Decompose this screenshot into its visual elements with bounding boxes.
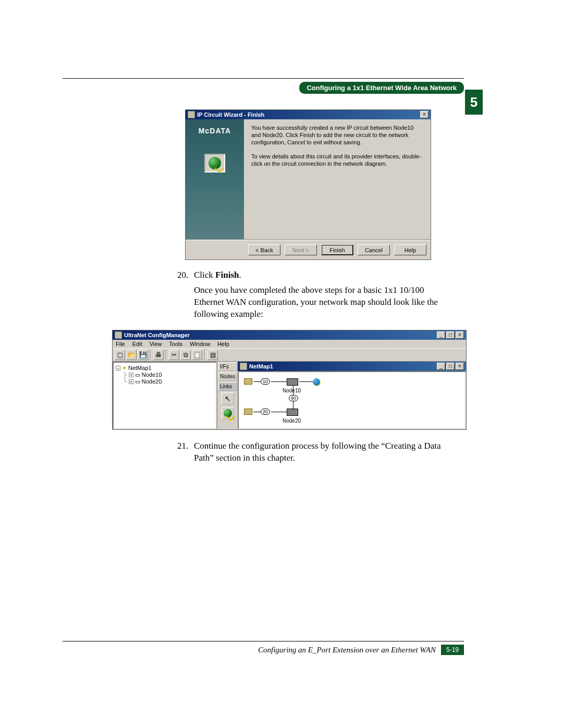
- step-text: Continue the configuration process by fo…: [194, 440, 443, 464]
- wizard-banner-icon-frame: [204, 154, 225, 172]
- instruction-steps-2: 21. Continue the configuration process b…: [177, 440, 443, 464]
- diagram-link: [299, 381, 313, 382]
- menu-tools[interactable]: Tools: [169, 341, 182, 347]
- hub-icon: [287, 409, 298, 416]
- cm-palette: I/Fs Nodes Links ↖: [217, 362, 238, 429]
- diagram-node10-fc[interactable]: [244, 378, 252, 385]
- finish-button[interactable]: Finish: [321, 244, 353, 255]
- maximize-icon[interactable]: □: [446, 363, 455, 370]
- cm-child-title: NetMap1: [249, 363, 437, 369]
- palette-tab-links[interactable]: Links: [218, 382, 237, 391]
- globe-icon: [209, 157, 221, 169]
- dialog-titlebar[interactable]: IP Circuit Wizard - Finish ×: [186, 110, 431, 119]
- close-icon[interactable]: ×: [420, 111, 429, 118]
- hub-icon: [287, 378, 298, 386]
- cm-child-titlebar[interactable]: NetMap1 _ □ ×: [238, 362, 466, 371]
- paste-icon[interactable]: 📋: [192, 350, 202, 360]
- network-diagram[interactable]: 10 Node10 90 20 Node20: [238, 371, 466, 429]
- next-button: Next >: [285, 244, 317, 255]
- wizard-body-text: You have successfully created a new IP c…: [244, 119, 431, 239]
- diagram-link: [253, 412, 261, 412]
- footer-doc-title: Configuring an E_Port Extension over an …: [258, 646, 436, 655]
- page-content: Configuring a 1x1 Ethernet Wide Area Net…: [63, 78, 464, 467]
- diagram-node10-globe[interactable]: [313, 378, 320, 386]
- minimize-icon[interactable]: _: [437, 331, 445, 339]
- cancel-button[interactable]: Cancel: [358, 244, 390, 255]
- toolbar-separator: [150, 350, 151, 360]
- diagram-link: [271, 412, 287, 412]
- palette-tab-ifs[interactable]: I/Fs: [218, 362, 237, 371]
- print-icon[interactable]: 🖶: [153, 350, 164, 360]
- cm-tree[interactable]: − ✦ NetMap1 ├ + ▭ Node10 └ + ▭ Node20: [113, 362, 217, 429]
- section-title-pill: Configuring a 1x1 Ethernet Wide Area Net…: [299, 82, 464, 94]
- maximize-icon[interactable]: □: [446, 331, 455, 339]
- diagram-link: [253, 381, 261, 382]
- port-badge: 20: [261, 409, 270, 415]
- menu-view[interactable]: View: [150, 341, 162, 347]
- cm-menubar: File Edit View Tools Window Help: [113, 340, 466, 348]
- diagram-node20-hub[interactable]: [287, 409, 298, 416]
- diagram-node20-fc[interactable]: [244, 409, 252, 415]
- globe-tool-icon[interactable]: [222, 407, 234, 419]
- menu-help[interactable]: Help: [217, 341, 229, 347]
- expand-icon[interactable]: +: [129, 379, 133, 384]
- open-icon[interactable]: 📂: [126, 350, 137, 360]
- dialog-title: IP Circuit Wizard - Finish: [197, 112, 420, 118]
- step-number: 21.: [177, 440, 194, 464]
- port-badge: 90: [289, 395, 298, 401]
- diagram-link: [293, 401, 293, 410]
- minimize-icon[interactable]: _: [437, 363, 445, 370]
- cm-title: UltraNet ConfigManager: [124, 332, 437, 338]
- expand-icon[interactable]: +: [129, 373, 133, 377]
- ip-circuit-wizard-dialog: IP Circuit Wizard - Finish × McDATA You …: [185, 109, 431, 260]
- diagram-node20-port[interactable]: 20: [261, 409, 270, 415]
- wizard-paragraph-1: You have successfully created a new IP c…: [251, 125, 423, 146]
- tree-root[interactable]: − ✦ NetMap1: [116, 365, 214, 372]
- diagram-node20-label: Node20: [283, 418, 301, 424]
- configmanager-window: UltraNet ConfigManager _ □ × File Edit V…: [112, 330, 467, 430]
- help-button[interactable]: Help: [394, 244, 426, 255]
- chapter-number-badge: 5: [465, 90, 483, 115]
- pointer-tool-icon[interactable]: ↖: [222, 392, 234, 405]
- header-row: Configuring a 1x1 Ethernet Wide Area Net…: [63, 82, 464, 94]
- collapse-icon[interactable]: −: [116, 366, 120, 371]
- cm-titlebar-icon: [115, 331, 122, 339]
- step-text: Click Finish. Once you have completed th…: [194, 269, 443, 320]
- tree-node-10[interactable]: ├ + ▭ Node10: [116, 372, 214, 378]
- diagram-node10-hub[interactable]: [287, 378, 298, 386]
- dialog-titlebar-icon: [188, 111, 195, 118]
- step-21: 21. Continue the configuration process b…: [177, 440, 443, 464]
- menu-file[interactable]: File: [116, 341, 125, 347]
- cm-titlebar[interactable]: UltraNet ConfigManager _ □ ×: [113, 330, 466, 340]
- globe-icon: [313, 378, 320, 386]
- diagram-link: [271, 381, 287, 382]
- step-number: 20.: [177, 269, 194, 320]
- diagram-node10-label: Node10: [283, 388, 301, 393]
- save-icon[interactable]: 💾: [138, 350, 148, 360]
- cm-child-window: NetMap1 _ □ × 10 Node10: [238, 362, 466, 429]
- new-icon[interactable]: ▢: [115, 350, 125, 360]
- diagram-node10-port[interactable]: 10: [261, 378, 270, 385]
- tree-node-20[interactable]: └ + ▭ Node20: [116, 378, 214, 385]
- diagram-link: [293, 386, 293, 395]
- menu-window[interactable]: Window: [190, 341, 210, 347]
- fc-icon: [244, 378, 252, 385]
- wizard-paragraph-2: To view details about this circuit and i…: [251, 153, 423, 168]
- back-button[interactable]: < Back: [248, 244, 280, 255]
- fc-icon: [244, 409, 252, 415]
- diagram-net-port[interactable]: 90: [289, 395, 298, 401]
- step-20: 20. Click Finish. Once you have complete…: [177, 269, 443, 320]
- properties-icon[interactable]: ▤: [207, 350, 218, 360]
- dialog-button-row: < Back Next > Finish Cancel Help: [186, 240, 431, 260]
- footer-page-number: 5-19: [441, 645, 464, 655]
- menu-edit[interactable]: Edit: [132, 341, 142, 347]
- cut-icon[interactable]: ✂: [169, 350, 179, 360]
- palette-tab-nodes[interactable]: Nodes: [218, 372, 237, 381]
- toolbar-separator: [204, 350, 205, 360]
- copy-icon[interactable]: ⧉: [180, 350, 191, 360]
- footer-rule: [63, 641, 464, 641]
- close-icon[interactable]: ×: [456, 363, 464, 370]
- brand-logo: McDATA: [199, 127, 231, 135]
- close-icon[interactable]: ×: [456, 331, 464, 339]
- toolbar-separator: [166, 350, 167, 360]
